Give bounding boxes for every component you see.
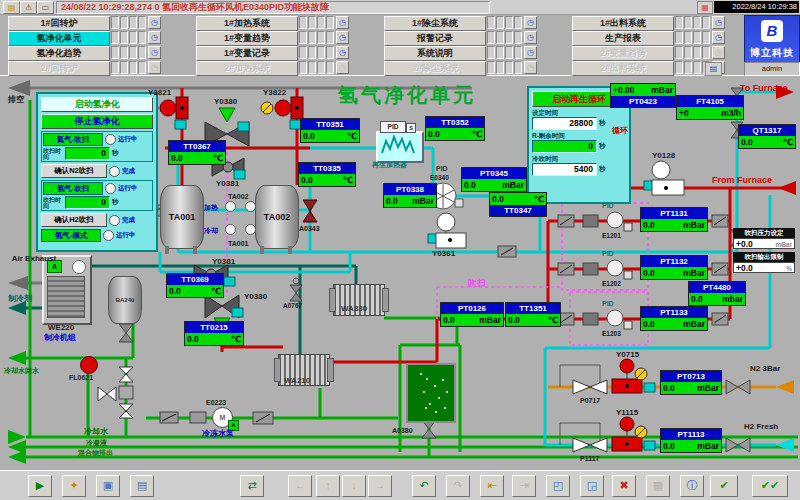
swap-button[interactable]: ⇄ — [240, 475, 264, 497]
display-PT0345[interactable]: PT0345 0.0mBar — [461, 167, 527, 192]
menu-clock-icon[interactable]: ◷ — [712, 16, 725, 29]
value: 0.0mBar — [462, 179, 526, 191]
confirm-all-button[interactable]: ✔✔ — [752, 475, 788, 497]
menu-button[interactable]: 报警记录 — [384, 31, 486, 46]
start-purify-button[interactable]: 启动氢净化 — [41, 97, 153, 112]
menu-button[interactable]: 系统说明 — [384, 46, 486, 61]
menu-clock-icon[interactable]: ◷ — [524, 31, 537, 44]
mini-chart-icon[interactable]: ▦ — [697, 1, 713, 14]
key-button[interactable]: ✦ — [62, 475, 86, 497]
alarm-icon[interactable]: ⚠ — [20, 1, 37, 14]
menu-indicator — [505, 16, 513, 29]
menu-clock-icon[interactable]: ◷ — [712, 31, 725, 44]
display-PT1133[interactable]: PT1133 0.0mBar — [640, 306, 708, 331]
tank-ta002[interactable]: TA002 — [255, 185, 299, 249]
menu-button[interactable]: 1#变量趋势 — [196, 31, 298, 46]
menu-clock-icon[interactable]: ◷ — [524, 46, 537, 59]
h2-running-indicator — [105, 183, 116, 194]
menu-button[interactable]: 1#出料系统 — [572, 16, 674, 31]
info-button[interactable]: ⓘ — [680, 475, 704, 497]
menu-clock-icon[interactable]: ◷ — [148, 16, 161, 29]
display-TT1351[interactable]: TT1351 0.0℃ — [505, 302, 561, 327]
menu-button[interactable]: 生产报表 — [572, 31, 674, 46]
menu-clock-icon[interactable]: ◷ — [148, 46, 161, 59]
menu-indicator — [129, 46, 137, 59]
purge-pressure-set-field[interactable]: +0.0mBar — [733, 238, 795, 249]
menu-clock-icon[interactable]: ◷ — [336, 61, 349, 74]
save-button[interactable]: ◲ — [580, 475, 604, 497]
menu-clock-icon[interactable]: ◷ — [712, 46, 725, 59]
n2-done-indicator — [109, 166, 120, 177]
menu-indicator — [514, 46, 522, 59]
display-PT0713[interactable]: PT0713 0.0mBar — [660, 370, 722, 395]
purge-control-panel: 启动氢净化 停止氢净化 氮气-吹扫 运行中 吹扫时间 0 秒 确认N2吹扫 完成… — [36, 92, 158, 252]
regen-heater[interactable] — [376, 131, 424, 163]
confirm-n2-button[interactable]: 确认N2吹扫 — [41, 164, 107, 178]
menu-button[interactable]: 1#回转炉 — [8, 16, 110, 31]
display-PT4480[interactable]: PT4480 0.0mbar — [688, 281, 746, 306]
chiller-we220[interactable]: A — [42, 255, 92, 325]
display-QT1317[interactable]: QT1317 0.0℃ — [738, 124, 796, 149]
delete-button[interactable]: ✖ — [612, 475, 636, 497]
display-PT0423[interactable]: PT0423 +0.00mBar — [610, 83, 676, 108]
menu-clock-icon[interactable]: ◷ — [336, 46, 349, 59]
display-TT0347[interactable]: TT0347 0.0℃ — [489, 192, 547, 217]
purge-output-limit-field[interactable]: +0.0% — [733, 262, 795, 273]
stop-purify-button[interactable]: 停止氢净化 — [41, 114, 153, 129]
display-TT0352[interactable]: TT0352 0.0℃ — [425, 116, 485, 141]
display-TT0215[interactable]: TT0215 0.0℃ — [184, 321, 244, 346]
confirm-h2-button[interactable]: 确认H2吹扫 — [41, 213, 107, 227]
menu-indicator — [120, 16, 128, 29]
vessel-ba240[interactable]: BA240 — [108, 276, 142, 324]
printer-icon[interactable]: ▤ — [705, 62, 722, 76]
menu-clock-icon[interactable]: ◷ — [524, 16, 537, 29]
cold-blow-value[interactable]: 5400 — [532, 163, 597, 176]
menu-clock-icon[interactable]: ◷ — [336, 31, 349, 44]
menu-row: 2#加热系统◷ — [196, 61, 374, 74]
valve-cluster-left[interactable] — [98, 367, 133, 418]
chiller-indicator — [72, 260, 86, 274]
display-PT1131[interactable]: PT1131 0.0mBar — [640, 207, 708, 232]
report-button[interactable]: ▤ — [130, 475, 154, 497]
display-PT1113[interactable]: PT1113 0.0mBar — [660, 428, 722, 453]
display-TT0335[interactable]: TT0335 0.0℃ — [298, 162, 356, 187]
display-PT0126[interactable]: PT0126 0.0mBar — [440, 302, 504, 327]
blank-icon[interactable]: ▭ — [37, 1, 54, 14]
import-button[interactable]: ⇤ — [480, 475, 504, 497]
display-TT0369[interactable]: TT0369 0.0℃ — [166, 273, 224, 298]
menu-button[interactable]: 1#除尘系统 — [384, 16, 486, 31]
display-TT0351[interactable]: TT0351 0.0℃ — [300, 118, 360, 143]
valve-y3822[interactable] — [261, 97, 303, 129]
menu-indicator — [505, 31, 513, 44]
menu-clock-icon[interactable]: ◷ — [148, 31, 161, 44]
valve-fl0621[interactable] — [80, 356, 98, 374]
display-FT4105[interactable]: FT4105 +0m3/h — [676, 95, 744, 120]
display-PT1132[interactable]: PT1132 0.0mBar — [640, 255, 708, 280]
menu-button[interactable]: 1#加热系统 — [196, 16, 298, 31]
display-TT0367[interactable]: TT0367 0.0℃ — [168, 140, 226, 165]
audio-confirm-button[interactable]: ✔ — [710, 475, 738, 497]
copy-window-button[interactable]: ▣ — [96, 475, 120, 497]
pages-icon[interactable]: ▤ — [3, 1, 20, 14]
menu-button[interactable]: 1#变量记录 — [196, 46, 298, 61]
run-button[interactable]: ▶ — [28, 475, 52, 497]
menu-button[interactable]: 氢净化趋势 — [8, 46, 110, 61]
n2-purge-tag: 氮气-吹扫 — [43, 133, 103, 146]
valve-y0361[interactable] — [428, 213, 466, 248]
undo-button[interactable]: ↶ — [412, 475, 436, 497]
menu-clock-icon[interactable]: ◷ — [524, 61, 537, 74]
tank-ta001[interactable]: TA001 — [160, 185, 204, 249]
menu-clock-icon[interactable]: ◷ — [148, 61, 161, 74]
display-PT0338[interactable]: PT0338 0.0mBar — [383, 183, 437, 208]
valve-y0128[interactable] — [644, 161, 684, 195]
value: 0.0mBar — [661, 440, 721, 452]
value: 0.0℃ — [426, 128, 484, 140]
menu-clock-icon[interactable]: ◷ — [336, 16, 349, 29]
set-time-value[interactable]: 28800 — [532, 117, 597, 130]
value: 0.0mBar — [641, 267, 707, 279]
image-button: ▦ — [646, 475, 670, 497]
tag: FT4105 — [677, 96, 743, 107]
open-button[interactable]: ◰ — [546, 475, 570, 497]
vent-arrow — [8, 80, 30, 96]
menu-button[interactable]: 氢净化单元 — [8, 31, 110, 46]
